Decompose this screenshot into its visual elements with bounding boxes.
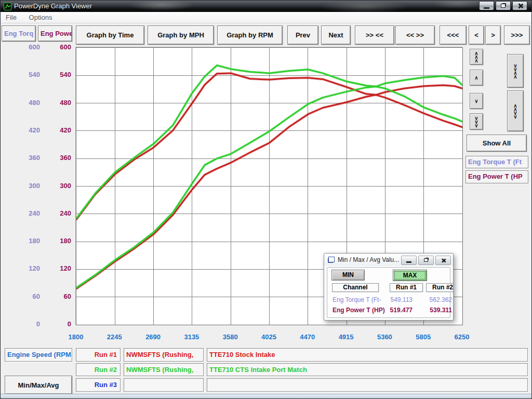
minmax-cell: 539.311 xyxy=(421,307,452,314)
torque-channel-box[interactable]: Eng Torque T (Ft xyxy=(466,156,528,168)
run2-description-box[interactable]: TTE710 CTS Intake Port Match xyxy=(207,363,528,376)
graph-by-rpm-button[interactable]: Graph by RPM xyxy=(217,25,283,45)
window-bottom-border xyxy=(1,394,531,398)
power-tick-label: 540 xyxy=(34,71,71,78)
minmax-window: Min / Max / Avg Valu... MIN MAX Channel … xyxy=(324,253,454,321)
scroll-right-button[interactable]: > xyxy=(485,25,501,45)
power-tick-label: 360 xyxy=(34,154,71,162)
zoom-out-x-button[interactable]: << >> xyxy=(395,25,435,45)
run3-file-box[interactable] xyxy=(124,378,204,392)
rpm-tick-label: 4470 xyxy=(300,333,315,341)
close-icon xyxy=(441,258,446,263)
rpm-tick-label: 5805 xyxy=(416,333,431,341)
chevron-up-icon: ∧ xyxy=(474,76,478,79)
power-tick-label: 60 xyxy=(34,292,71,300)
app-window: PowerDyne Graph Viewer File Options Eng … xyxy=(0,0,532,399)
minmaxavg-button[interactable]: Min/Max/Avg xyxy=(5,376,72,394)
minmax-row: Eng Torque T (Ft-549.113562.362 xyxy=(324,296,454,304)
rpm-tick-label: 2690 xyxy=(145,333,161,341)
scroll-right-fast-button[interactable]: >>> xyxy=(504,25,530,45)
run2-column-header: Run #2 xyxy=(426,283,454,292)
close-button[interactable] xyxy=(512,1,527,10)
minmax-cell: Eng Power T (HP) xyxy=(332,307,387,314)
minmax-close-button[interactable] xyxy=(435,256,451,265)
chevrons-inward-icon: ∨∨∧∧ xyxy=(513,64,517,78)
run1-description-box[interactable]: TTE710 Stock Intake xyxy=(207,348,528,362)
chevrons-outward-icon: ∧∧∨∨ xyxy=(513,104,517,118)
rpm-tick-label: 2245 xyxy=(107,333,122,341)
power-channel-box[interactable]: Eng Power T (HP xyxy=(466,170,528,183)
run2-file-box[interactable]: NWMSFTS (Rushing, xyxy=(124,363,204,376)
rpm-tick-label: 4915 xyxy=(339,333,354,341)
minmax-cell: Eng Torque T (Ft- xyxy=(332,296,387,303)
minmax-cell: 562.362 xyxy=(421,296,452,303)
minimize-icon xyxy=(406,261,411,263)
power-tick-label: 120 xyxy=(34,264,71,272)
axis-zoom-in-button[interactable]: ∨∨∧∧ xyxy=(507,54,524,88)
power-axis-button[interactable]: Eng Power xyxy=(38,25,72,42)
power-tick-label: 0 xyxy=(34,320,71,328)
chevron-down-triple-icon: ∨∨∨ xyxy=(474,116,478,127)
scroll-left-fast-button[interactable]: <<< xyxy=(440,25,467,45)
rpm-tick-label: 1800 xyxy=(69,333,84,341)
chevron-up-triple-icon: ∧∧∧ xyxy=(474,51,478,62)
chevron-down-icon: ∨ xyxy=(474,99,478,103)
next-button[interactable]: Next xyxy=(321,25,351,45)
run3-label-box: Run #3 xyxy=(76,378,121,392)
axis-zoom-out-button[interactable]: ∧∧∨∨ xyxy=(507,90,524,131)
power-tick-label: 420 xyxy=(34,126,71,134)
rpm-tick-label: 3135 xyxy=(184,333,199,341)
run1-label-box: Run #1 xyxy=(76,348,121,362)
scroll-left-button[interactable]: < xyxy=(469,25,484,45)
app-icon xyxy=(4,3,11,10)
minimize-icon xyxy=(484,7,489,9)
window-title: PowerDyne Graph Viewer xyxy=(14,2,92,10)
minmax-restore-button[interactable] xyxy=(418,256,434,265)
run1-file-box[interactable]: NWMSFTS (Rushing, xyxy=(124,348,204,362)
menu-file[interactable]: File xyxy=(1,12,22,21)
rpm-tick-label: 3580 xyxy=(223,333,238,341)
minmax-window-title: Min / Max / Avg Valu... xyxy=(338,256,399,263)
show-all-button[interactable]: Show All xyxy=(467,135,527,152)
run1-column-header: Run #1 xyxy=(390,283,423,292)
power-tick-label: 300 xyxy=(34,182,71,190)
minmax-minimize-button[interactable] xyxy=(401,256,417,265)
title-bar[interactable]: PowerDyne Graph Viewer xyxy=(1,1,531,12)
minmax-cell: 519.477 xyxy=(381,307,413,314)
menu-options[interactable]: Options xyxy=(24,12,58,21)
minmax-cell: 549.113 xyxy=(381,296,413,303)
close-icon xyxy=(517,3,524,9)
min-toggle-button[interactable]: MIN xyxy=(331,270,365,281)
run3-description-box[interactable] xyxy=(207,378,528,392)
minmax-row: Eng Power T (HP)519.477539.311 xyxy=(324,307,454,315)
menu-bar: File Options xyxy=(1,12,531,23)
graph-by-time-button[interactable]: Graph by Time xyxy=(76,25,144,45)
channel-column-header: Channel xyxy=(332,283,379,292)
rpm-tick-label: 5360 xyxy=(377,333,392,341)
minmax-window-icon xyxy=(328,257,335,262)
restore-button[interactable] xyxy=(496,1,511,10)
restore-icon xyxy=(501,4,506,8)
power-tick-label: 180 xyxy=(34,237,71,245)
rpm-tick-label: 4025 xyxy=(261,333,276,341)
graph-by-mph-button[interactable]: Graph by MPH xyxy=(148,25,214,45)
minimize-button[interactable] xyxy=(479,1,494,10)
axis-scroll-down-fast-button[interactable]: ∨∨∨ xyxy=(470,113,483,130)
axis-scroll-up-button[interactable]: ∧ xyxy=(470,70,483,86)
rpm-tick-label: 6250 xyxy=(455,333,470,341)
torque-axis-button[interactable]: Eng Torq xyxy=(2,25,36,42)
prev-button[interactable]: Prev xyxy=(287,25,318,45)
run2-label-box: Run #2 xyxy=(76,363,121,376)
zoom-in-x-button[interactable]: >> << xyxy=(355,25,394,45)
power-tick-label: 600 xyxy=(34,43,71,51)
power-tick-label: 240 xyxy=(34,209,71,217)
axis-scroll-up-fast-button[interactable]: ∧∧∧ xyxy=(470,49,483,65)
minmax-title-bar[interactable]: Min / Max / Avg Valu... xyxy=(324,254,453,266)
power-tick-label: 480 xyxy=(34,99,71,107)
max-toggle-button[interactable]: MAX xyxy=(393,270,427,281)
x-channel-box[interactable]: Engine Speed (RPM xyxy=(5,348,72,362)
restore-icon xyxy=(424,258,428,262)
axis-scroll-down-button[interactable]: ∨ xyxy=(470,93,483,109)
